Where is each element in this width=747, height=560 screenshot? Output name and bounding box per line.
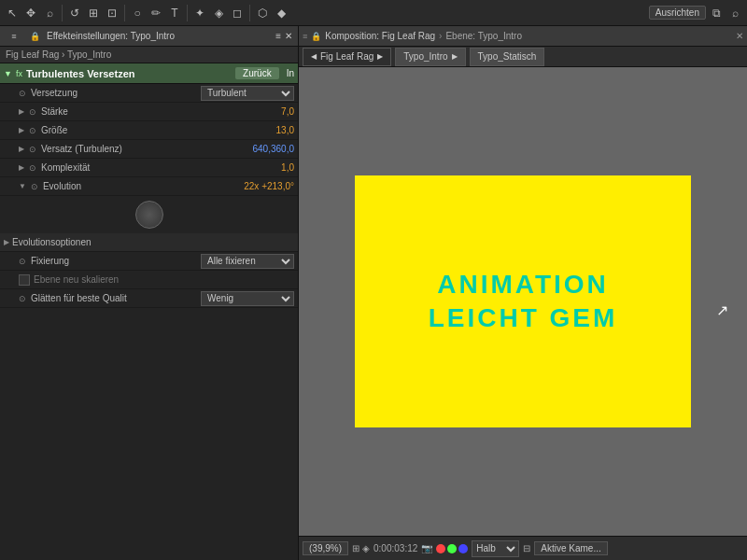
effect-panel-title: Effekteinstellungen: Typo_Intro xyxy=(47,31,272,41)
effect-panel-header: ≡ 🔒 Effekteinstellungen: Typo_Intro ≡ ✕ xyxy=(0,26,298,47)
footer-camera-icon[interactable]: 📷 xyxy=(421,543,432,553)
ebene-skalieren-label: Ebene neu skalieren xyxy=(19,274,294,286)
evolution-label: ▼ ⊙ Evolution xyxy=(19,181,244,191)
komplexitaet-stopwatch-icon[interactable]: ⊙ xyxy=(29,163,36,173)
tab-fig-leaf-rag-arrow: ▶ xyxy=(377,52,383,61)
comp-header-title: Komposition: Fig Leaf Rag xyxy=(325,31,435,41)
workspace-icon[interactable]: ⧉ xyxy=(708,5,725,21)
turbulent-section-header: ▼ fx Turbulentes Versetzen Zurück In xyxy=(0,63,298,84)
evolution-stopwatch-icon[interactable]: ⊙ xyxy=(31,182,38,191)
staerke-stopwatch-icon[interactable]: ⊙ xyxy=(29,107,36,117)
versetzung-label: ⊙ Versetzung xyxy=(19,88,201,98)
glaetten-stopwatch-icon[interactable]: ⊙ xyxy=(19,294,26,303)
eraser-tool-icon[interactable]: ◻ xyxy=(229,5,246,21)
fixierung-row: ⊙ Fixierung Alle fixieren xyxy=(0,252,298,271)
fixierung-label: ⊙ Fixierung xyxy=(19,256,201,266)
hand-tool-icon[interactable]: ✥ xyxy=(22,5,39,21)
arrow-tool-icon[interactable]: ↖ xyxy=(4,5,21,21)
comp-ebene-label: Ebene: Typo_Intro xyxy=(445,31,522,41)
panel-close-icon[interactable]: ✕ xyxy=(285,31,292,41)
active-camera-button[interactable]: Aktive Kame... xyxy=(534,541,607,555)
comp-text-line2: LEICHT GEM xyxy=(429,301,618,335)
pan-tool-icon[interactable]: ⊡ xyxy=(104,5,120,21)
versatz-stopwatch-icon[interactable]: ⊙ xyxy=(29,145,36,154)
komplexitaet-row: ▶ ⊙ Komplexität 1,0 xyxy=(0,159,298,177)
groesse-value[interactable]: 13,0 xyxy=(276,125,294,135)
fixierung-dropdown[interactable]: Alle fixieren xyxy=(201,254,294,269)
panel-options-icon[interactable]: ≡ xyxy=(275,31,281,41)
comp-header-lock-icon[interactable]: 🔒 xyxy=(311,32,321,41)
evo-expand-icon: ▶ xyxy=(4,238,9,246)
composition-tab-bar: ◀ Fig Leaf Rag ▶ Typo_Intro ▶ Typo_Stati… xyxy=(299,47,747,67)
glaetten-row: ⊙ Glätten für beste Qualit Wenig Normal … xyxy=(0,289,298,308)
ausrichten-button[interactable]: Ausrichten xyxy=(649,6,706,20)
zoom-button[interactable]: (39,9%) xyxy=(303,541,348,555)
evolution-row: ▼ ⊙ Evolution 22x +213,0° xyxy=(0,177,298,196)
cursor-arrow: ↗ xyxy=(716,301,728,319)
comp-canvas: ANIMATION LEICHT GEM xyxy=(355,175,691,427)
comp-panel-header: ≡ 🔒 Komposition: Fig Leaf Rag › Ebene: T… xyxy=(299,26,747,47)
evolution-dial[interactable] xyxy=(135,201,163,229)
versatz-expand-icon[interactable]: ▶ xyxy=(19,145,24,153)
clone-tool-icon[interactable]: ◈ xyxy=(210,5,227,21)
camera-tool-icon[interactable]: ⊞ xyxy=(85,5,102,21)
glaetten-label: ⊙ Glätten für beste Qualit xyxy=(19,293,201,303)
ebene-skalieren-checkbox[interactable] xyxy=(19,274,30,286)
versatz-value[interactable]: 640,360,0 xyxy=(253,144,295,154)
footer-color-icons xyxy=(436,544,468,553)
fixierung-stopwatch-icon[interactable]: ⊙ xyxy=(19,257,26,266)
komplexitaet-value[interactable]: 1,0 xyxy=(281,162,294,173)
comp-close-icon[interactable]: ✕ xyxy=(736,31,743,41)
komplexitaet-expand-icon[interactable]: ▶ xyxy=(19,163,24,172)
tab-typo-intro[interactable]: Typo_Intro ▶ xyxy=(395,48,465,66)
footer-toggle-icon[interactable]: ⊟ xyxy=(523,543,530,553)
text-tool-icon[interactable]: T xyxy=(166,5,183,21)
breadcrumb-text: Fig Leaf Rag › Typo_Intro xyxy=(6,49,111,60)
rotate-tool-icon[interactable]: ↺ xyxy=(66,5,83,21)
separator-2 xyxy=(124,5,125,21)
shape-tool-icon[interactable]: ○ xyxy=(129,5,146,21)
tab-typo-intro-arrow: ▶ xyxy=(452,52,458,61)
red-channel-icon[interactable] xyxy=(436,544,445,553)
staerke-row: ▶ ⊙ Stärke 7,0 xyxy=(0,103,298,121)
panel-lock-icon[interactable]: 🔒 xyxy=(26,28,43,45)
staerke-expand-icon[interactable]: ▶ xyxy=(19,107,24,116)
roto-tool-icon[interactable]: ⬡ xyxy=(254,5,271,21)
comp-text: ANIMATION LEICHT GEM xyxy=(429,268,618,336)
zoom-tool-icon[interactable]: ⌕ xyxy=(41,5,58,21)
pen-tool-icon[interactable]: ✏ xyxy=(148,5,164,21)
back-button[interactable]: Zurück xyxy=(235,67,279,79)
versetzung-dropdown[interactable]: Turbulent Glatt xyxy=(201,86,294,101)
footer-icon-1[interactable]: ⊞ xyxy=(352,543,359,553)
evolution-expand-icon[interactable]: ▼ xyxy=(19,182,26,190)
evolution-dial-row xyxy=(0,196,298,233)
footer-icon-2[interactable]: ◈ xyxy=(362,543,370,553)
separator-1 xyxy=(62,5,63,21)
breadcrumb: Fig Leaf Rag › Typo_Intro xyxy=(0,47,298,63)
panel-menu-icon[interactable]: ≡ xyxy=(6,28,22,45)
evolution-value[interactable]: 22x +213,0° xyxy=(244,181,294,191)
glaetten-dropdown[interactable]: Wenig Normal Viel xyxy=(201,291,294,306)
search-icon[interactable]: ⌕ xyxy=(726,5,743,21)
versatz-label: ▶ ⊙ Versatz (Turbulenz) xyxy=(19,144,253,154)
comp-header-menu-icon[interactable]: ≡ xyxy=(303,32,307,41)
blue-channel-icon[interactable] xyxy=(458,544,468,553)
evolutionsoptionen-row[interactable]: ▶ Evolutionsoptionen xyxy=(0,233,298,252)
quality-select[interactable]: Halb Viertel Voll xyxy=(472,540,519,557)
brush-tool-icon[interactable]: ✦ xyxy=(191,5,208,21)
versetzung-stopwatch-icon[interactable]: ⊙ xyxy=(19,89,26,98)
groesse-expand-icon[interactable]: ▶ xyxy=(19,126,24,134)
in-label: In xyxy=(287,68,294,78)
groesse-row: ▶ ⊙ Größe 13,0 xyxy=(0,121,298,140)
tab-fig-leaf-rag[interactable]: ◀ Fig Leaf Rag ▶ xyxy=(303,48,391,66)
green-channel-icon[interactable] xyxy=(447,544,457,553)
versatz-row: ▶ ⊙ Versatz (Turbulenz) 640,360,0 xyxy=(0,140,298,159)
groesse-stopwatch-icon[interactable]: ⊙ xyxy=(29,126,36,135)
puppet-tool-icon[interactable]: ◆ xyxy=(273,5,289,21)
comp-footer: (39,9%) ⊞ ◈ 0:00:03:12 📷 Halb Viertel Vo… xyxy=(299,536,747,560)
effect-content: ▼ fx Turbulentes Versetzen Zurück In ⊙ V… xyxy=(0,63,298,560)
footer-icons: ⊞ ◈ xyxy=(352,543,370,553)
tab-typo-statisch[interactable]: Typo_Statisch xyxy=(470,48,545,66)
evo-label: Evolutionsoptionen xyxy=(12,237,92,247)
staerke-value[interactable]: 7,0 xyxy=(281,106,294,117)
